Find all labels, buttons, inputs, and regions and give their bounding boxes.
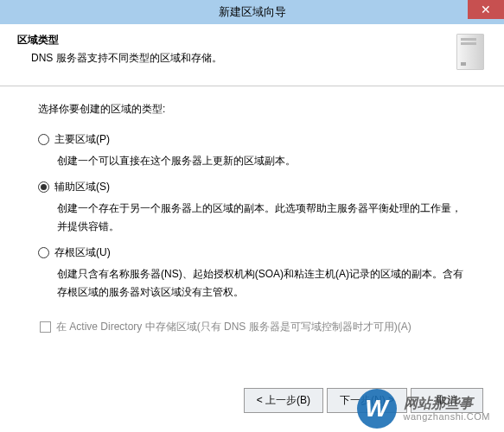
back-button[interactable]: < 上一步(B) xyxy=(244,388,323,413)
option-primary-zone[interactable]: 主要区域(P) 创建一个可以直接在这个服务器上更新的区域副本。 xyxy=(38,132,466,169)
option-description: 创建只含有名称服务器(NS)、起始授权机构(SOA)和粘连主机(A)记录的区域的… xyxy=(57,265,466,301)
option-label: 存根区域(U) xyxy=(54,245,111,260)
svg-rect-4 xyxy=(461,62,466,66)
server-icon xyxy=(454,31,487,73)
option-label: 辅助区域(S) xyxy=(54,180,110,194)
close-icon: ✕ xyxy=(481,3,491,16)
option-row: 辅助区域(S) xyxy=(38,180,466,194)
wizard-header: 区域类型 DNS 服务器支持不同类型的区域和存储。 xyxy=(0,24,504,86)
checkbox-icon xyxy=(40,321,51,333)
instruction-text: 选择你要创建的区域的类型: xyxy=(38,102,466,117)
option-row: 主要区域(P) xyxy=(38,132,466,147)
wizard-button-row: < 上一步(B) 下一步(N) > 取消 xyxy=(244,388,483,413)
option-stub-zone[interactable]: 存根区域(U) 创建只含有名称服务器(NS)、起始授权机构(SOA)和粘连主机(… xyxy=(38,245,466,301)
radio-icon[interactable] xyxy=(38,181,49,193)
titlebar: 新建区域向导 ✕ xyxy=(0,0,504,24)
option-description: 创建一个存在于另一个服务器上的区域的副本。此选项帮助主服务器平衡处理的工作量，并… xyxy=(57,200,466,235)
svg-rect-2 xyxy=(461,38,476,41)
wizard-content: 选择你要创建的区域的类型: 主要区域(P) 创建一个可以直接在这个服务器上更新的… xyxy=(0,86,504,341)
radio-icon[interactable] xyxy=(38,134,49,145)
window-title: 新建区域向导 xyxy=(219,4,286,20)
header-title: 区域类型 xyxy=(17,33,487,48)
option-row: 存根区域(U) xyxy=(38,245,466,260)
cancel-button[interactable]: 取消 xyxy=(411,388,483,413)
close-button[interactable]: ✕ xyxy=(468,0,504,19)
option-description: 创建一个可以直接在这个服务器上更新的区域副本。 xyxy=(57,152,466,169)
checkbox-label: 在 Active Directory 中存储区域(只有 DNS 服务器是可写域控… xyxy=(56,320,411,334)
next-button[interactable]: 下一步(N) > xyxy=(327,388,407,413)
option-label: 主要区域(P) xyxy=(54,132,110,147)
svg-rect-3 xyxy=(461,42,476,45)
radio-icon[interactable] xyxy=(38,247,49,258)
ad-storage-checkbox-row: 在 Active Directory 中存储区域(只有 DNS 服务器是可写域控… xyxy=(40,320,466,334)
header-subtitle: DNS 服务器支持不同类型的区域和存储。 xyxy=(31,51,487,66)
header-text-block: 区域类型 DNS 服务器支持不同类型的区域和存储。 xyxy=(17,33,487,73)
option-secondary-zone[interactable]: 辅助区域(S) 创建一个存在于另一个服务器上的区域的副本。此选项帮助主服务器平衡… xyxy=(38,180,466,235)
